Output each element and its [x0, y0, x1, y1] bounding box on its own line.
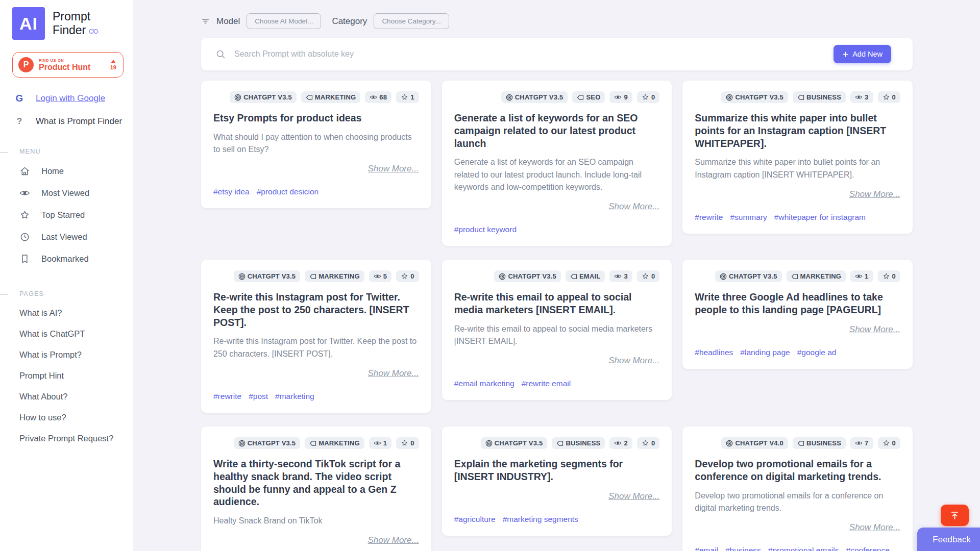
tag-link[interactable]: #whitepaper for instagram	[774, 213, 866, 222]
sidebar-item-bookmarked[interactable]: Bookmarked	[12, 248, 124, 270]
prompt-description: Healty Snack Brand on TikTok	[213, 515, 419, 527]
tag-link[interactable]: #marketing	[275, 392, 314, 401]
model-select[interactable]: Choose AI Model...	[247, 13, 321, 29]
tag-link[interactable]: #summary	[730, 213, 767, 222]
show-more-link[interactable]: Show More...	[608, 202, 659, 211]
tag-link[interactable]: #rewrite	[213, 392, 241, 401]
menu-list: HomeMost ViewedTop StarredLast ViewedBoo…	[12, 160, 124, 270]
model-badge: CHATGPT V3.5	[481, 437, 548, 449]
eye-icon	[19, 188, 30, 198]
stars-badge: 0	[637, 91, 659, 103]
show-more-link[interactable]: Show More...	[849, 189, 900, 199]
sidebar-page-prompt-hint[interactable]: Prompt Hint	[12, 365, 124, 386]
sidebar-page-what-is-prompt[interactable]: What is Prompt?	[12, 344, 124, 365]
prompt-card[interactable]: CHATGPT V3.5MARKETING10Write a thirty-se…	[201, 427, 431, 551]
prompt-description: Develop two promotional emails for a con…	[695, 490, 900, 515]
stars-icon	[883, 272, 890, 280]
tag-link[interactable]: #landing page	[740, 348, 790, 357]
category-badge: EMAIL	[566, 270, 605, 282]
show-more-link[interactable]: Show More...	[849, 522, 900, 532]
views-icon	[374, 439, 381, 447]
tag-link[interactable]: #agriculture	[454, 515, 496, 524]
show-more-link[interactable]: Show More...	[368, 368, 419, 378]
prompt-card[interactable]: CHATGPT V4.0BUSINESS70Develop two promot…	[682, 427, 913, 551]
upvote-count: 19	[110, 64, 116, 70]
tag-link[interactable]: #business	[725, 546, 761, 551]
add-new-button[interactable]: Add New	[834, 45, 891, 63]
sidebar-item-label: Bookmarked	[41, 254, 89, 264]
tag-icon	[309, 273, 316, 280]
category-badge-value: EMAIL	[579, 272, 600, 280]
show-more-link[interactable]: Show More...	[368, 164, 419, 173]
sidebar-item-label: Last Viewed	[41, 232, 87, 242]
tag-link[interactable]: #post	[249, 392, 268, 401]
what-is-label: What is Prompt Finder	[36, 116, 122, 127]
sidebar-item-last-viewed[interactable]: Last Viewed	[12, 226, 124, 248]
category-badge-value: MARKETING	[318, 272, 360, 280]
tag-link[interactable]: #marketing segments	[503, 515, 578, 524]
sidebar-page-what-is-chatgpt[interactable]: What is ChatGPT	[12, 323, 124, 344]
category-badge-value: BUSINESS	[806, 439, 841, 447]
what-is-prompt-finder[interactable]: ? What is Prompt Finder	[12, 116, 124, 127]
stars-badge: 0	[878, 270, 900, 282]
stars-icon	[883, 439, 890, 447]
sidebar-item-top-starred[interactable]: Top Starred	[12, 204, 124, 226]
show-more-link[interactable]: Show More...	[849, 324, 900, 334]
prompt-card[interactable]: CHATGPT V3.5SEO90Generate a list of keyw…	[442, 81, 672, 246]
prompt-description: Generate a list of keywords for an SEO c…	[454, 156, 660, 193]
show-more-link[interactable]: Show More...	[608, 491, 659, 501]
sidebar-page-what-about[interactable]: What About?	[12, 386, 124, 407]
prompt-card[interactable]: CHATGPT V3.5BUSINESS30Summarize this whi…	[682, 81, 913, 234]
prompt-tags: #email marketing#rewrite email	[454, 379, 660, 388]
home-icon	[19, 166, 30, 177]
star-icon	[19, 210, 30, 220]
tag-link[interactable]: #rewrite email	[522, 379, 571, 388]
tag-link[interactable]: #headlines	[695, 348, 733, 357]
prompt-card[interactable]: CHATGPT V3.5BUSINESS20Explain the market…	[442, 427, 672, 536]
show-more-row: Show More...	[695, 189, 900, 199]
tag-link[interactable]: #etsy idea	[213, 187, 250, 196]
app-title-line2: Finder	[53, 23, 86, 37]
model-filter-label: Model	[216, 16, 240, 27]
scroll-to-top-button[interactable]	[941, 505, 969, 526]
tag-icon	[791, 273, 798, 280]
app-logo[interactable]: AI Prompt Finder	[12, 7, 124, 40]
model-badge: CHATGPT V3.5	[494, 270, 561, 282]
login-link[interactable]: Login with Google	[36, 93, 105, 104]
prompt-card[interactable]: CHATGPT V3.5EMAIL30Re-write this email t…	[442, 260, 672, 400]
sidebar-item-home[interactable]: Home	[12, 160, 124, 182]
prompt-card[interactable]: CHATGPT V3.5MARKETING10Write three Googl…	[682, 260, 913, 369]
prompt-card[interactable]: CHATGPT V3.5MARKETING681Etsy Prompts for…	[201, 81, 431, 208]
search-input[interactable]	[234, 49, 834, 59]
category-select[interactable]: Choose Category...	[374, 13, 449, 29]
tag-link[interactable]: #email	[695, 546, 718, 551]
cards-row: CHATGPT V3.5MARKETING681Etsy Prompts for…	[201, 81, 913, 246]
stars-icon	[642, 439, 649, 447]
views-badge: 3	[609, 270, 632, 282]
views-badge-value: 2	[624, 439, 627, 447]
show-more-link[interactable]: Show More...	[608, 356, 659, 365]
sidebar-page-how-to-use[interactable]: How to use?	[12, 407, 124, 428]
sidebar-item-most-viewed[interactable]: Most Viewed	[12, 182, 124, 204]
tag-link[interactable]: #conference	[846, 546, 890, 551]
model-icon	[238, 273, 246, 280]
tag-link[interactable]: #product keyword	[454, 225, 517, 234]
tag-link[interactable]: #email marketing	[454, 379, 514, 388]
tag-link[interactable]: #promotional emails	[768, 546, 839, 551]
feedback-button[interactable]: Feedback	[917, 528, 980, 551]
tag-link[interactable]: #rewrite	[695, 213, 723, 222]
tag-link[interactable]: #product desicion	[257, 187, 319, 196]
login-with-google[interactable]: G Login with Google	[12, 93, 124, 104]
prompt-card[interactable]: CHATGPT V3.5MARKETING50Re-write this Ins…	[201, 260, 431, 413]
product-hunt-badge[interactable]: P FIND US ON Product Hunt 19	[12, 52, 124, 78]
show-more-link[interactable]: Show More...	[368, 535, 419, 545]
sidebar-page-private-prompt-request[interactable]: Private Prompt Request?	[12, 428, 124, 449]
stars-icon	[401, 93, 408, 101]
views-badge: 5	[369, 270, 391, 282]
cards-row: CHATGPT V3.5MARKETING10Write a thirty-se…	[201, 427, 913, 551]
sidebar-page-what-is-ai[interactable]: What is AI?	[12, 303, 124, 323]
tag-icon	[306, 94, 313, 101]
category-badge: MARKETING	[787, 270, 846, 282]
stars-badge: 0	[396, 270, 419, 282]
tag-link[interactable]: #google ad	[797, 348, 837, 357]
